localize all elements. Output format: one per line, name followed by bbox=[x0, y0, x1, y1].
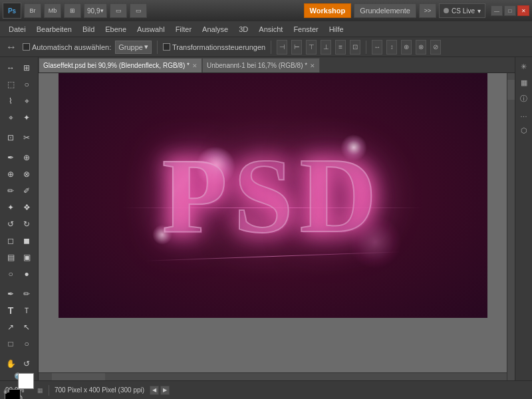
minibridge-button[interactable]: Mb bbox=[44, 3, 61, 18]
eyedropper-tools: ✒ ⊕ bbox=[3, 150, 35, 166]
align-bottom-icon[interactable]: ⊡ bbox=[350, 40, 360, 55]
paint-bucket-button[interactable]: ▣ bbox=[19, 249, 35, 265]
align-center-icon[interactable]: ⊢ bbox=[291, 40, 302, 55]
ellipse-marquee-button[interactable]: ○ bbox=[19, 76, 35, 92]
brush-tools: ✏ ✐ bbox=[3, 183, 35, 199]
maximize-button[interactable]: □ bbox=[504, 5, 516, 16]
burn-button[interactable]: ● bbox=[19, 266, 35, 282]
bridge-button[interactable]: Br bbox=[24, 3, 41, 18]
align-right-icon[interactable]: ⊤ bbox=[306, 40, 317, 55]
slice-button[interactable]: ✂ bbox=[19, 130, 35, 146]
nav-next-button[interactable]: ▶ bbox=[160, 386, 170, 395]
brush-button[interactable]: ✏ bbox=[3, 183, 19, 199]
screen-mode-button[interactable]: ▭ bbox=[110, 3, 127, 18]
nav-prev-button[interactable]: ◀ bbox=[150, 386, 159, 395]
minimize-button[interactable]: — bbox=[491, 5, 503, 16]
align-left-icon[interactable]: ⊣ bbox=[277, 40, 287, 55]
dodge-button[interactable]: ○ bbox=[3, 266, 19, 282]
auto-select-option[interactable]: Automatisch auswählen: bbox=[23, 43, 111, 51]
extras-button[interactable]: ▭ bbox=[130, 3, 147, 18]
auto-select-dropdown[interactable]: Gruppe ▾ bbox=[115, 41, 152, 54]
pen-button[interactable]: ✒ bbox=[3, 286, 19, 302]
freeform-pen-button[interactable]: ✏ bbox=[19, 286, 35, 302]
auto-select-label: Automatisch auswählen: bbox=[32, 43, 111, 51]
clone-stamp-button[interactable]: ✦ bbox=[3, 200, 19, 215]
align-top-icon[interactable]: ⊥ bbox=[321, 40, 331, 55]
gradient-button[interactable]: ▤ bbox=[3, 249, 19, 265]
path-select-button[interactable]: ↗ bbox=[3, 319, 19, 335]
tab-glaseffekt-label: Glaseffekt.psd bei 90,9% (Blendenfleck, … bbox=[43, 62, 190, 69]
dist-v-icon[interactable]: ↕ bbox=[386, 40, 397, 55]
eyedropper-button[interactable]: ✒ bbox=[3, 150, 19, 166]
reset-colors-icon[interactable]: ⊕ bbox=[3, 389, 34, 390]
eraser-button[interactable]: ◻ bbox=[3, 233, 19, 249]
menu-fenster[interactable]: Fenster bbox=[289, 24, 323, 35]
heal-button[interactable]: ⊕ bbox=[3, 166, 19, 182]
menu-bild[interactable]: Bild bbox=[78, 24, 99, 35]
lasso-tools: ⌇ ⌖ bbox=[3, 93, 35, 109]
rect-marquee-button[interactable]: ⬚ bbox=[3, 76, 19, 92]
dist-4-icon[interactable]: ⊗ bbox=[416, 40, 426, 55]
tab-unbenannt[interactable]: Unbenannt-1 bei 16,7% (RGB/8) * ✕ bbox=[202, 58, 320, 72]
history-brush-button[interactable]: ↺ bbox=[3, 216, 19, 232]
pencil-button[interactable]: ✐ bbox=[19, 183, 35, 199]
psd-image: PSD bbox=[59, 73, 487, 318]
artboard-tool-button[interactable]: ⊞ bbox=[19, 60, 35, 76]
scrollbar-horizontal[interactable] bbox=[39, 372, 507, 380]
hand-button[interactable]: ✋ bbox=[3, 356, 19, 372]
poly-lasso-button[interactable]: ⌖ bbox=[19, 93, 35, 109]
tab-glaseffekt[interactable]: Glaseffekt.psd bei 90,9% (Blendenfleck, … bbox=[39, 58, 202, 72]
move-tool-button[interactable]: ↔ bbox=[3, 60, 19, 76]
background-color[interactable] bbox=[18, 373, 34, 389]
menu-ebene[interactable]: Ebene bbox=[100, 24, 131, 35]
bg-eraser-button[interactable]: ◼ bbox=[19, 233, 35, 249]
pattern-stamp-button[interactable]: ❖ bbox=[19, 200, 35, 215]
menu-ansicht[interactable]: Ansicht bbox=[254, 24, 287, 35]
dist-5-icon[interactable]: ⊘ bbox=[430, 40, 441, 55]
workspace-inactive-button[interactable]: Grundelemente bbox=[354, 3, 416, 18]
panel-ellipsis-icon[interactable]: … bbox=[517, 108, 531, 121]
rotate-view-button[interactable]: ↺ bbox=[19, 356, 35, 372]
panel-info-icon[interactable]: ⓘ bbox=[517, 92, 531, 105]
menu-hilfe[interactable]: Hilfe bbox=[325, 24, 348, 35]
patch-button[interactable]: ⊗ bbox=[19, 166, 35, 182]
dist-h-icon[interactable]: ↔ bbox=[372, 40, 382, 55]
crop-button[interactable]: ⊡ bbox=[3, 130, 19, 146]
workspace-active-button[interactable]: Workshop bbox=[304, 3, 352, 18]
menu-analyse[interactable]: Analyse bbox=[198, 24, 233, 35]
menu-3d[interactable]: 3D bbox=[234, 24, 253, 35]
color-sampler-button[interactable]: ⊕ bbox=[19, 150, 35, 166]
magic-wand-button[interactable]: ✦ bbox=[19, 110, 35, 126]
menu-datei[interactable]: Datei bbox=[4, 24, 31, 35]
quick-select-button[interactable]: ⌖ bbox=[3, 110, 19, 126]
scrollbar-vertical[interactable] bbox=[507, 73, 515, 380]
rect-shape-button[interactable]: □ bbox=[3, 336, 19, 352]
transform-checkbox[interactable] bbox=[163, 43, 170, 51]
transform-option[interactable]: Transformationssteuerungen bbox=[163, 43, 265, 51]
cs-live-button[interactable]: CS Live ▾ bbox=[439, 3, 485, 18]
ps-logo: Ps bbox=[3, 3, 21, 19]
tab-unbenannt-close[interactable]: ✕ bbox=[310, 63, 315, 69]
workspace-more-button[interactable]: >> bbox=[419, 3, 436, 18]
lasso-button[interactable]: ⌇ bbox=[3, 93, 19, 109]
arrange-button[interactable]: ⊞ bbox=[64, 3, 81, 18]
art-history-button[interactable]: ↻ bbox=[19, 216, 35, 232]
close-button[interactable]: ✕ bbox=[517, 5, 529, 16]
dist-3-icon[interactable]: ⊕ bbox=[401, 40, 412, 55]
menu-bearbeiten[interactable]: Bearbeiten bbox=[32, 24, 76, 35]
panel-histogram-icon[interactable]: ▦ bbox=[517, 76, 531, 89]
zoom-dropdown[interactable]: 90,9 ▾ bbox=[84, 3, 107, 18]
panel-layers-icon[interactable]: ⬡ bbox=[517, 124, 531, 137]
type-mask-button[interactable]: Ｔ bbox=[19, 303, 35, 319]
direct-select-button[interactable]: ↖ bbox=[19, 319, 35, 335]
menu-auswahl[interactable]: Auswahl bbox=[132, 24, 170, 35]
panel-star-icon[interactable]: ✳ bbox=[517, 60, 531, 73]
dodge-tools: ○ ● bbox=[3, 266, 35, 282]
type-button[interactable]: T bbox=[3, 303, 19, 319]
ellipse-shape-button[interactable]: ○ bbox=[19, 336, 35, 352]
menu-filter[interactable]: Filter bbox=[171, 24, 196, 35]
tab-glaseffekt-close[interactable]: ✕ bbox=[192, 63, 198, 69]
document-canvas[interactable]: PSD bbox=[59, 73, 487, 318]
align-vcenter-icon[interactable]: ≡ bbox=[335, 40, 346, 55]
auto-select-checkbox[interactable] bbox=[23, 43, 30, 51]
